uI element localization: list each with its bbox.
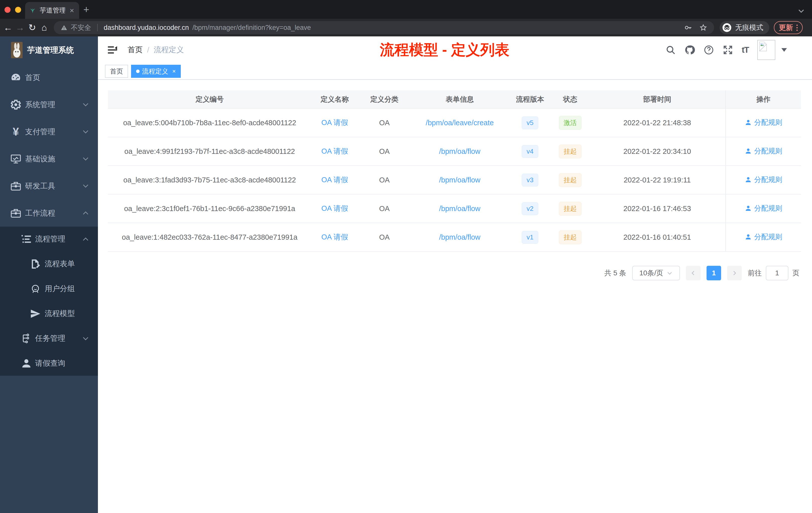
avatar-caret-icon[interactable] — [781, 48, 787, 52]
definition-name-link[interactable]: OA 请假 — [321, 118, 348, 126]
sidebar-collapse-icon[interactable] — [107, 44, 118, 56]
assign-rule-link[interactable]: 分配规则 — [745, 118, 782, 127]
back-button[interactable]: ← — [2, 22, 14, 33]
cell-definition-name: OA 请假 — [311, 194, 358, 223]
breadcrumb-separator: / — [147, 46, 149, 54]
tag-首页[interactable]: 首页 — [105, 65, 128, 78]
person-icon — [21, 358, 32, 369]
url-path: /bpm/manager/definition?key=oa_leave — [192, 24, 311, 32]
window-close-button[interactable] — [4, 7, 10, 13]
chevron-right-icon — [731, 270, 737, 276]
sidebar: 芋道管理系统 首页 系统管理 ¥ 支付管理 基础设施 研发工具 工作流程 流程管… — [0, 36, 98, 513]
version-badge[interactable]: v3 — [522, 174, 538, 186]
next-page-button[interactable] — [727, 266, 742, 280]
table-row: oa_leave:2:3c1f0ef1-76b1-11ec-9c66-a2380… — [108, 194, 801, 223]
tab-search-chevron-icon[interactable] — [798, 7, 805, 14]
cell-actions: 分配规则 — [726, 137, 801, 165]
definition-name-link[interactable]: OA 请假 — [321, 176, 348, 184]
reload-button[interactable]: ↻ — [26, 22, 38, 33]
assign-rule-link[interactable]: 分配规则 — [745, 175, 782, 184]
definition-name-link[interactable]: OA 请假 — [321, 233, 348, 241]
prev-page-button[interactable] — [686, 266, 700, 280]
sidebar-logo-row[interactable]: 芋道管理系统 — [0, 36, 98, 64]
new-tab-button[interactable]: + — [83, 5, 89, 14]
forward-button[interactable]: → — [14, 22, 26, 33]
tags-view-bar: 首页 流程定义 × — [98, 63, 812, 80]
cell-definition-id: oa_leave:2:3c1f0ef1-76b1-11ec-9c66-a2380… — [108, 194, 311, 223]
bookmark-star-icon[interactable] — [699, 24, 707, 31]
page-size-value: 10条/页 — [639, 268, 663, 278]
assign-rule-link[interactable]: 分配规则 — [745, 146, 782, 156]
cell-category: OA — [358, 137, 411, 165]
avatar[interactable] — [757, 40, 775, 60]
column-header: 流程版本 — [509, 90, 551, 109]
sidebar-item-研发工具[interactable]: 研发工具 — [0, 173, 98, 200]
table-row: oa_leave:5:004b710b-7b8a-11ec-8ef0-acde4… — [108, 109, 801, 137]
tab-close-icon[interactable]: × — [68, 7, 75, 14]
browser-menu-icon[interactable] — [796, 25, 798, 31]
sidebar-item-任务管理[interactable]: 任务管理 — [0, 326, 98, 351]
sidebar-item-请假查询[interactable]: 请假查询 — [0, 351, 98, 376]
version-badge[interactable]: v2 — [522, 202, 538, 215]
version-badge[interactable]: v4 — [522, 145, 538, 158]
window-minimize-button[interactable] — [15, 7, 21, 13]
chrome-update-button[interactable]: 更新 — [774, 21, 803, 34]
cell-definition-id: oa_leave:3:1fad3d93-7b75-11ec-a3c8-acde4… — [108, 165, 311, 194]
sidebar-item-系统管理[interactable]: 系统管理 — [0, 91, 98, 118]
cell-form-info: /bpm/oa/flow — [411, 194, 509, 223]
table-body: oa_leave:5:004b710b-7b8a-11ec-8ef0-acde4… — [108, 109, 801, 251]
home-button[interactable]: ⌂ — [38, 22, 50, 33]
current-page-button[interactable]: 1 — [706, 266, 721, 280]
sidebar-item-流程管理[interactable]: 流程管理 — [0, 227, 98, 251]
definition-name-link[interactable]: OA 请假 — [321, 204, 348, 212]
assign-rule-link[interactable]: 分配规则 — [745, 204, 782, 213]
tag-close-icon[interactable]: × — [172, 68, 176, 75]
form-link[interactable]: /bpm/oa/flow — [439, 205, 480, 213]
form-link[interactable]: /bpm/oa/flow — [439, 233, 480, 241]
cell-category: OA — [358, 223, 411, 251]
password-key-icon[interactable] — [685, 24, 692, 31]
search-icon[interactable] — [665, 45, 676, 55]
github-icon[interactable] — [685, 45, 695, 55]
version-badge[interactable]: v1 — [522, 231, 538, 244]
monitor-icon — [10, 153, 22, 164]
incognito-label: 无痕模式 — [735, 23, 763, 32]
sidebar-item-工作流程[interactable]: 工作流程 — [0, 200, 98, 227]
cell-actions: 分配规则 — [726, 165, 801, 194]
briefcase-icon — [10, 207, 22, 219]
sidebar-item-基础设施[interactable]: 基础设施 — [0, 145, 98, 173]
column-header: 定义名称 — [311, 90, 358, 109]
browser-tab[interactable]: 芋道管理系统 × — [25, 2, 79, 19]
help-icon[interactable] — [703, 45, 714, 55]
sidebar-item-流程模型[interactable]: 流程模型 — [0, 301, 98, 326]
font-size-icon[interactable]: tT — [742, 45, 749, 55]
navbar-actions: tT — [665, 40, 787, 60]
form-link[interactable]: /bpm/oa/leave/create — [426, 119, 494, 127]
sidebar-item-流程表单[interactable]: 流程表单 — [0, 251, 98, 276]
fullscreen-icon[interactable] — [723, 45, 733, 55]
assign-rule-link[interactable]: 分配规则 — [745, 232, 782, 242]
cell-definition-id: oa_leave:5:004b710b-7b8a-11ec-8ef0-acde4… — [108, 109, 311, 137]
user-icon — [745, 176, 752, 183]
cell-status: 挂起 — [551, 194, 589, 223]
page-size-select[interactable]: 10条/页 — [632, 266, 680, 280]
send-icon — [30, 308, 41, 320]
sidebar-item-首页[interactable]: 首页 — [0, 64, 98, 91]
cell-definition-id: oa_leave:4:991f2193-7b7f-11ec-a3c8-acde4… — [108, 137, 311, 165]
sidebar-item-用户分组[interactable]: 用户分组 — [0, 276, 98, 301]
breadcrumb-home[interactable]: 首页 — [127, 45, 143, 55]
version-badge[interactable]: v5 — [522, 117, 538, 129]
browser-tab-strip: 芋道管理系统 × + — [0, 0, 812, 19]
tag-流程定义[interactable]: 流程定义 × — [131, 65, 181, 78]
chevron-down-icon — [82, 128, 89, 135]
cell-version: v2 — [509, 194, 551, 223]
toolbox-icon — [10, 180, 22, 192]
goto-page-input[interactable] — [766, 266, 788, 280]
sidebar-item-支付管理[interactable]: ¥ 支付管理 — [0, 118, 98, 145]
form-link[interactable]: /bpm/oa/flow — [439, 176, 480, 184]
security-label: 不安全 — [71, 23, 91, 32]
form-link[interactable]: /bpm/oa/flow — [439, 147, 480, 155]
url-bar[interactable]: 不安全 dashboard.yudao.iocoder.cn/bpm/manag… — [54, 21, 714, 34]
chevron-down-icon — [667, 270, 673, 276]
definition-name-link[interactable]: OA 请假 — [321, 147, 348, 155]
